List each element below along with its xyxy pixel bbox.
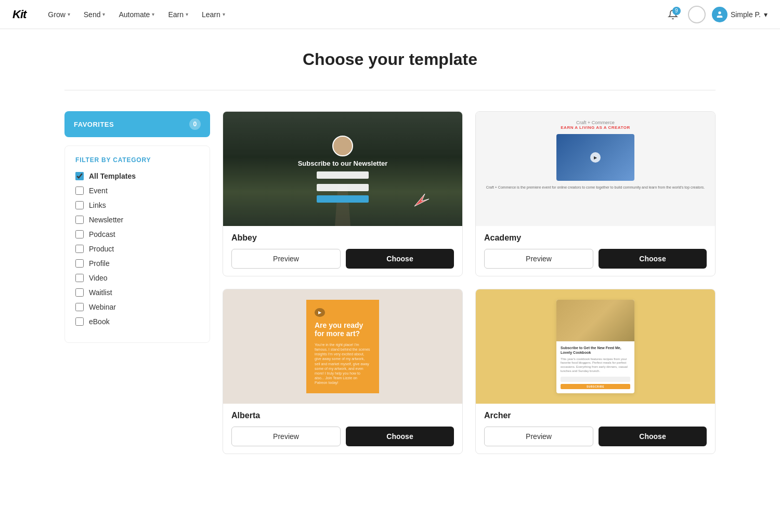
template-card-archer: Subscribe to Get the New Feed Me, Lovely…: [475, 289, 716, 454]
template-card-academy: Craft + Commerce EARN A LIVING AS A CREA…: [475, 111, 716, 276]
filter-all-templates-label: All Templates: [89, 172, 136, 180]
alberta-name: Alberta: [231, 411, 454, 420]
user-name: Simple P.: [731, 10, 761, 19]
archer-body: Subscribe to Get the New Feed Me, Lovely…: [556, 341, 634, 393]
abbey-info: Abbey Preview Choose: [223, 226, 462, 276]
alberta-choose-button[interactable]: Choose: [346, 427, 454, 446]
chevron-down-icon: ▾: [152, 11, 154, 17]
divider: [64, 90, 716, 90]
archer-title: Subscribe to Get the New Feed Me, Lovely…: [561, 345, 630, 355]
filter-title: FILTER BY CATEGORY: [75, 156, 199, 164]
abbey-choose-button[interactable]: Choose: [346, 249, 454, 269]
template-thumb-abbey: Subscribe to our Newsletter: [223, 112, 462, 226]
archer-card: Subscribe to Get the New Feed Me, Lovely…: [556, 300, 634, 393]
sidebar: FAVORITES 0 FILTER BY CATEGORY All Templ…: [64, 111, 210, 454]
academy-preview-button[interactable]: Preview: [484, 249, 593, 269]
notification-badge: 9: [672, 7, 681, 15]
alberta-actions: Preview Choose: [231, 427, 454, 446]
filter-profile[interactable]: Profile: [75, 259, 199, 268]
filter-webinar[interactable]: Webinar: [75, 303, 199, 311]
archer-info: Archer Preview Choose: [476, 404, 715, 454]
filter-webinar-checkbox[interactable]: [75, 303, 84, 311]
archer-description: This year's cookbook features recipes fr…: [561, 357, 630, 374]
favorites-button[interactable]: FAVORITES 0: [64, 111, 210, 137]
filter-podcast-checkbox[interactable]: [75, 230, 84, 238]
archer-subscribe-btn: SUBSCRIBE: [561, 384, 630, 389]
chevron-down-icon: ▾: [186, 11, 188, 17]
filter-ebook-checkbox[interactable]: [75, 317, 84, 326]
filter-all-templates-checkbox[interactable]: [75, 172, 84, 180]
filter-newsletter[interactable]: Newsletter: [75, 216, 199, 224]
filter-waitlist-checkbox[interactable]: [75, 288, 84, 297]
nav-earn[interactable]: Earn ▾: [163, 7, 193, 22]
academy-actions: Preview Choose: [484, 249, 707, 269]
nav-send[interactable]: Send ▾: [79, 7, 111, 22]
academy-image: ▶: [556, 134, 634, 181]
filter-event[interactable]: Event: [75, 187, 199, 195]
abbey-name: Abbey: [231, 233, 454, 243]
chevron-down-icon: ▾: [223, 11, 225, 17]
filter-profile-checkbox[interactable]: [75, 259, 84, 268]
filter-podcast-label: Podcast: [89, 230, 115, 238]
play-icon: ▶: [590, 152, 601, 163]
nav-automate[interactable]: Automate ▾: [113, 7, 160, 22]
archer-choose-button[interactable]: Choose: [599, 427, 707, 446]
archer-image: [556, 300, 634, 341]
academy-description: Craft + Commerce is the premiere event f…: [486, 185, 705, 190]
mode-toggle[interactable]: [688, 6, 706, 23]
academy-brand: Craft + Commerce: [561, 120, 630, 125]
template-thumb-academy: Craft + Commerce EARN A LIVING AS A CREA…: [476, 112, 715, 226]
navbar-right: 9 Simple P. ▾: [664, 6, 768, 23]
academy-choose-button[interactable]: Choose: [599, 249, 707, 269]
filter-event-checkbox[interactable]: [75, 187, 84, 195]
nav-grow[interactable]: Grow ▾: [43, 7, 75, 22]
page-title: Choose your template: [64, 50, 716, 69]
svg-point-0: [718, 11, 721, 14]
alberta-play-icon: ▶: [315, 308, 325, 317]
filter-video[interactable]: Video: [75, 274, 199, 282]
filter-webinar-label: Webinar: [89, 303, 116, 311]
filter-newsletter-checkbox[interactable]: [75, 216, 84, 224]
alberta-inner: ▶ Are you ready for more art? You're in …: [306, 300, 379, 393]
archer-name: Archer: [484, 411, 707, 420]
nav-learn[interactable]: Learn ▾: [197, 7, 230, 22]
filter-video-checkbox[interactable]: [75, 274, 84, 282]
filter-links-checkbox[interactable]: [75, 201, 84, 209]
filter-product-label: Product: [89, 245, 114, 253]
template-thumb-alberta: ▶ Are you ready for more art? You're in …: [223, 289, 462, 404]
user-menu[interactable]: Simple P. ▾: [712, 7, 768, 22]
academy-header: Craft + Commerce EARN A LIVING AS A CREA…: [561, 120, 630, 130]
filter-ebook[interactable]: eBook: [75, 317, 199, 326]
filter-product[interactable]: Product: [75, 245, 199, 253]
chevron-down-icon: ▾: [764, 10, 768, 19]
filter-links[interactable]: Links: [75, 201, 199, 209]
alberta-info: Alberta Preview Choose: [223, 404, 462, 454]
filter-podcast[interactable]: Podcast: [75, 230, 199, 238]
chevron-down-icon: ▾: [68, 11, 70, 17]
filter-product-checkbox[interactable]: [75, 245, 84, 253]
favorites-count: 0: [189, 118, 201, 130]
alberta-title: Are you ready for more art?: [315, 321, 371, 339]
filter-ebook-label: eBook: [89, 317, 110, 326]
notifications-button[interactable]: 9: [664, 6, 682, 23]
filter-event-label: Event: [89, 187, 108, 195]
archer-email-input: [561, 377, 630, 382]
filter-all-templates[interactable]: All Templates: [75, 172, 199, 180]
filter-waitlist[interactable]: Waitlist: [75, 288, 199, 297]
filter-links-label: Links: [89, 201, 106, 209]
filter-video-label: Video: [89, 274, 108, 282]
abbey-input-1: [317, 171, 369, 179]
alberta-preview-button[interactable]: Preview: [231, 427, 341, 446]
brand-logo[interactable]: Kit: [12, 8, 26, 21]
chevron-down-icon: ▾: [102, 11, 105, 17]
avatar: [712, 7, 727, 22]
archer-preview-button[interactable]: Preview: [484, 427, 593, 446]
abbey-avatar: [332, 136, 353, 156]
alberta-text: You're in the right place! I'm famous. I…: [315, 342, 371, 385]
abbey-preview-button[interactable]: Preview: [231, 249, 341, 269]
filter-section: FILTER BY CATEGORY All Templates Event L…: [64, 145, 210, 343]
nav-links: Grow ▾ Send ▾ Automate ▾ Earn ▾ Learn ▾: [43, 7, 664, 22]
page-content: Choose your template FAVORITES 0 FILTER …: [52, 29, 728, 475]
filter-profile-label: Profile: [89, 259, 110, 268]
template-card-alberta: ▶ Are you ready for more art? You're in …: [223, 289, 463, 454]
